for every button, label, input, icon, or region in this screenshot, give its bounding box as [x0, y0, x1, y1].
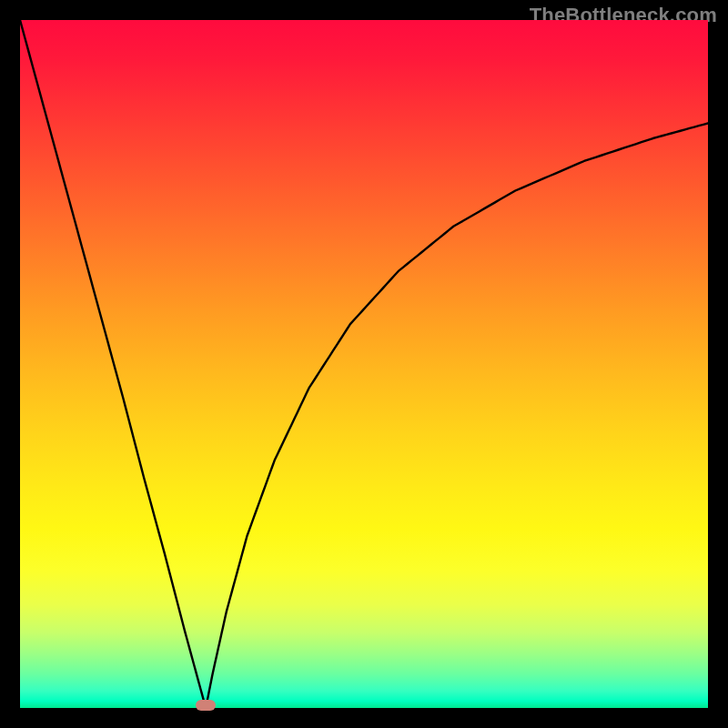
- minimum-marker: [196, 700, 216, 711]
- chart-frame: TheBottleneck.com: [0, 0, 728, 728]
- curve-path: [20, 20, 708, 708]
- plot-area: [20, 20, 708, 708]
- bottleneck-curve: [20, 20, 708, 708]
